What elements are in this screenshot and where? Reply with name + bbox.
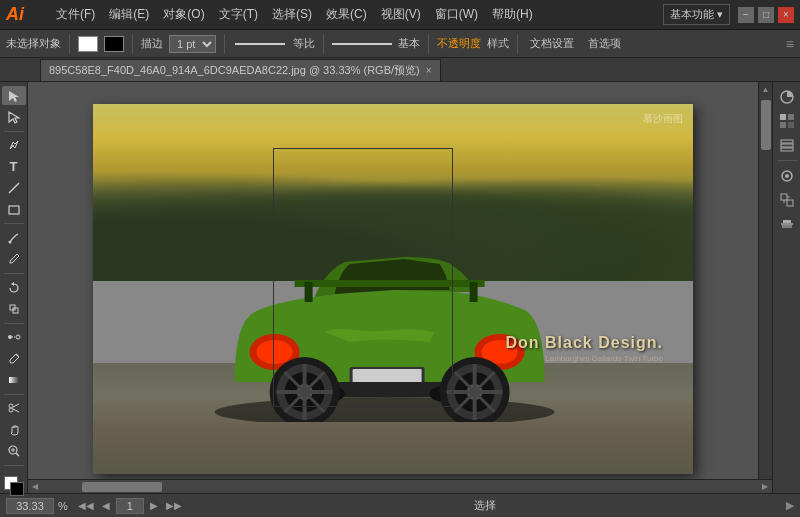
swatches-panel-button[interactable] [776, 110, 798, 132]
svg-point-24 [257, 340, 293, 364]
options-bar: 未选择对象 描边 1 pt 等比 基本 不透明度 样式 文档设置 首选项 ≡ [0, 30, 800, 58]
pen-tool-button[interactable] [2, 136, 26, 155]
watermark: 慕沙画图 [643, 112, 683, 126]
transform-panel-button[interactable] [776, 189, 798, 211]
window-controls: − □ × [738, 7, 794, 23]
separator4 [323, 34, 324, 54]
nav-last-button[interactable]: ▶▶ [164, 500, 184, 511]
align-panel-button[interactable] [776, 213, 798, 235]
gradient-tool-button[interactable] [2, 370, 26, 389]
status-right-arrow[interactable]: ▶ [786, 499, 794, 512]
nav-next-button[interactable]: ▶ [148, 500, 160, 511]
no-selection-label: 未选择对象 [6, 36, 61, 51]
page-number-input[interactable] [116, 498, 144, 514]
select-tool-button[interactable] [2, 86, 26, 105]
scale-tool-button[interactable] [2, 299, 26, 318]
nav-prev-button[interactable]: ◀ [100, 500, 112, 511]
fill-swatch[interactable] [78, 36, 98, 52]
workspace-label[interactable]: 基本功能 ▾ [663, 4, 730, 25]
stroke-label: 描边 [141, 36, 163, 51]
canvas-scroll-area: 慕沙画图 Don Black Design. Lamborghini Galla… [28, 82, 772, 479]
tool-separator-4 [4, 323, 24, 324]
separator5 [428, 34, 429, 54]
menu-edit[interactable]: 编辑(E) [103, 4, 155, 25]
menu-select[interactable]: 选择(S) [266, 4, 318, 25]
nav-first-button[interactable]: ◀◀ [76, 500, 96, 511]
menu-effect[interactable]: 效果(C) [320, 4, 373, 25]
stroke-style-solid[interactable] [235, 43, 285, 45]
stroke-preview [332, 43, 392, 45]
scroll-left-button[interactable]: ◀ [28, 480, 42, 494]
eyedropper-tool-button[interactable] [2, 349, 26, 368]
appearance-panel-button[interactable] [776, 165, 798, 187]
style2-label: 样式 [487, 36, 509, 51]
svg-point-12 [9, 404, 13, 408]
type-tool-button[interactable]: T [2, 157, 26, 176]
menu-object[interactable]: 对象(O) [157, 4, 210, 25]
tab-close-button[interactable]: × [426, 65, 432, 76]
svg-line-4 [15, 254, 17, 256]
paintbrush-tool-button[interactable] [2, 228, 26, 247]
menu-type[interactable]: 文字(T) [213, 4, 264, 25]
layers-panel-button[interactable] [776, 134, 798, 156]
left-toolbar: T [0, 82, 28, 493]
preferences-button[interactable]: 首选项 [584, 35, 625, 52]
tab-filename: 895C58E8_F40D_46A0_914A_6DC9AEDA8C22.jpg… [49, 63, 420, 78]
title-bar: Ai 文件(F) 编辑(E) 对象(O) 文字(T) 选择(S) 效果(C) 视… [0, 0, 800, 30]
line-tool-button[interactable] [2, 179, 26, 198]
status-bar: % ◀◀ ◀ ▶ ▶▶ 选择 ▶ [0, 493, 800, 517]
menu-file[interactable]: 文件(F) [50, 4, 101, 25]
svg-line-15 [13, 409, 19, 412]
rectangle-tool-button[interactable] [2, 200, 26, 219]
menu-help[interactable]: 帮助(H) [486, 4, 539, 25]
zoom-input[interactable] [6, 498, 54, 514]
color-panel-button[interactable] [776, 86, 798, 108]
separator2 [132, 34, 133, 54]
svg-rect-22 [470, 282, 478, 302]
options-menu-icon[interactable]: ≡ [786, 36, 794, 52]
svg-rect-52 [781, 140, 793, 143]
svg-line-10 [16, 354, 18, 356]
svg-rect-49 [788, 114, 794, 120]
canvas-area[interactable]: 慕沙画图 Don Black Design. Lamborghini Galla… [28, 82, 758, 479]
minimize-button[interactable]: − [738, 7, 754, 23]
scroll-up-button[interactable]: ▲ [759, 82, 773, 96]
vertical-scroll-thumb[interactable] [761, 100, 771, 150]
panel-separator [777, 160, 797, 161]
stroke-dropdown[interactable]: 1 pt [169, 35, 216, 53]
ratio-label: 等比 [293, 36, 315, 51]
car-image [175, 202, 595, 422]
tool-separator-2 [4, 223, 24, 224]
blend-tool-button[interactable] [2, 327, 26, 346]
separator3 [224, 34, 225, 54]
hand-tool-button[interactable] [2, 420, 26, 439]
rotate-tool-button[interactable] [2, 278, 26, 297]
scissors-tool-button[interactable] [2, 399, 26, 418]
svg-point-8 [16, 335, 20, 339]
tool-separator-1 [4, 131, 24, 132]
svg-rect-21 [305, 282, 313, 302]
svg-rect-58 [787, 200, 793, 206]
doc-settings-button[interactable]: 文档设置 [526, 35, 578, 52]
close-button[interactable]: × [778, 7, 794, 23]
menu-window[interactable]: 窗口(W) [429, 4, 484, 25]
svg-rect-57 [781, 194, 787, 200]
svg-rect-48 [780, 114, 786, 120]
menu-view[interactable]: 视图(V) [375, 4, 427, 25]
pencil-tool-button[interactable] [2, 250, 26, 269]
horizontal-scroll-thumb[interactable] [82, 482, 162, 492]
right-panel [772, 82, 800, 493]
svg-line-14 [13, 404, 19, 407]
text-overlay: Don Black Design. Lamborghini Gallardo T… [506, 334, 663, 363]
direct-select-tool-button[interactable] [2, 107, 26, 126]
zoom-tool-button[interactable] [2, 441, 26, 460]
svg-rect-50 [780, 122, 786, 128]
maximize-button[interactable]: □ [758, 7, 774, 23]
stroke-swatch[interactable] [104, 36, 124, 52]
scroll-right-button[interactable]: ▶ [758, 480, 772, 494]
vertical-scrollbar[interactable]: ▲ [758, 82, 772, 479]
fill-stroke-indicator[interactable] [2, 474, 26, 493]
document-tab[interactable]: 895C58E8_F40D_46A0_914A_6DC9AEDA8C22.jpg… [40, 59, 441, 81]
tool-separator-6 [4, 465, 24, 466]
horizontal-scrollbar[interactable]: ◀ ▶ [28, 479, 772, 493]
